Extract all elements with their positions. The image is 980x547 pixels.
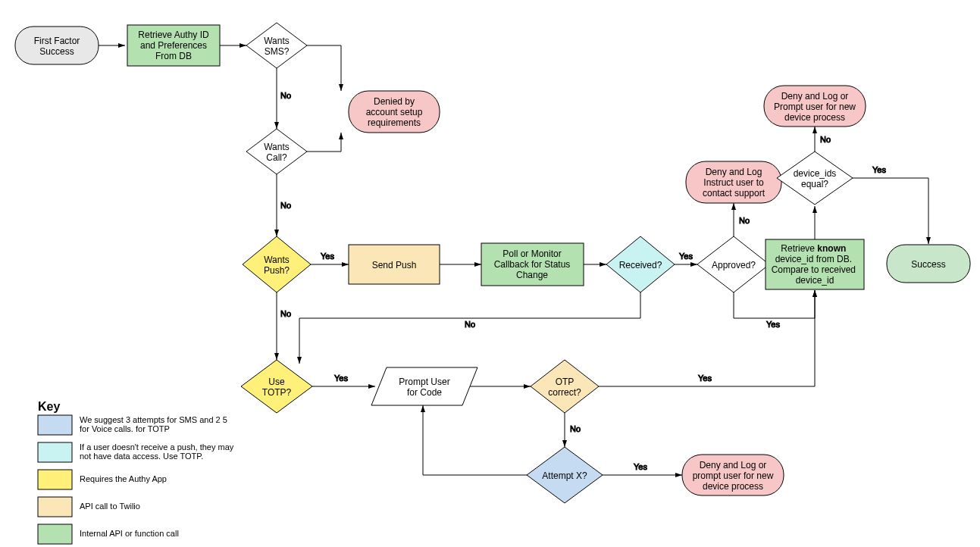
flowchart-canvas: No No Yes No Yes No No Yes No Yes Yes Ye…: [0, 0, 980, 547]
key-item-0: We suggest 3 attempts for SMS and 2 5for…: [38, 415, 227, 435]
key-item-4: Internal API or function call: [38, 524, 179, 544]
node-deny-contact: Deny and LogInstruct user tocontact supp…: [686, 161, 781, 203]
edge-deviceids-yes: [853, 178, 928, 244]
svg-text:Denied byaccount setuprequirem: Denied byaccount setuprequirements: [366, 96, 423, 128]
svg-rect-31: [38, 415, 72, 435]
node-poll-monitor: Poll or MonitorCallback for StatusChange: [481, 243, 584, 286]
label-no-3: No: [280, 309, 291, 318]
svg-rect-35: [38, 470, 72, 489]
edge-approved-yes: [734, 290, 815, 318]
node-success: Success: [887, 245, 970, 283]
svg-text:WantsPush?: WantsPush?: [264, 255, 290, 276]
node-attempt-x: Attempt X?: [527, 447, 603, 503]
svg-text:First FactorSuccess: First FactorSuccess: [34, 36, 80, 57]
label-no-2: No: [280, 201, 291, 210]
svg-text:Requires the Authy App: Requires the Authy App: [80, 474, 167, 483]
edge-received-no-a: [299, 292, 640, 318]
svg-text:Send Push: Send Push: [372, 260, 417, 270]
node-retrieve-authy: Retrieve Authy IDand PreferencesFrom DB: [127, 25, 220, 66]
edge-attempt-no: [423, 405, 527, 475]
label-no-7: No: [570, 424, 581, 433]
key-item-3: API call to Twilio: [38, 497, 140, 517]
key-item-1: If a user doesn't receive a push, they m…: [38, 442, 234, 462]
svg-text:Key: Key: [38, 400, 60, 413]
label-no-5: No: [739, 216, 750, 225]
edge-otp-yes: [599, 290, 815, 386]
label-yes-4: Yes: [872, 165, 886, 174]
node-use-totp: UseTOTP?: [241, 360, 312, 413]
node-approved: Approved?: [697, 236, 769, 292]
node-wants-sms: WantsSMS?: [246, 23, 307, 68]
key-legend: Key We suggest 3 attempts for SMS and 2 …: [38, 400, 234, 544]
node-retrieve-known: Retrieve known device_id from DB. Compar…: [766, 239, 864, 289]
svg-rect-33: [38, 442, 72, 462]
svg-text:WantsSMS?: WantsSMS?: [264, 36, 290, 57]
node-otp-correct: OTPcorrect?: [531, 360, 599, 413]
label-yes-3: Yes: [766, 320, 780, 329]
node-wants-call: WantsCall?: [246, 129, 307, 174]
node-prompt-user: Prompt Userfor Code: [371, 367, 477, 405]
node-first-factor: First FactorSuccess: [15, 27, 99, 64]
svg-rect-37: [38, 497, 72, 517]
svg-text:Attempt X?: Attempt X?: [542, 470, 587, 481]
edge-wantscall-denied: [307, 133, 341, 152]
svg-text:Success: Success: [911, 259, 945, 270]
svg-text:Deny and Log orPrompt user for: Deny and Log orPrompt user for newdevice…: [774, 91, 856, 123]
label-yes-2: Yes: [679, 252, 693, 261]
label-no-6: No: [820, 135, 831, 144]
svg-text:API call to Twilio: API call to Twilio: [80, 502, 140, 511]
svg-text:Approved?: Approved?: [712, 260, 756, 270]
label-yes-1: Yes: [321, 252, 334, 261]
svg-text:If a user doesn't receive a pu: If a user doesn't receive a push, they m…: [80, 442, 234, 461]
svg-text:Internal API or function call: Internal API or function call: [80, 529, 179, 538]
svg-rect-39: [38, 524, 72, 544]
svg-text:Deny and LogInstruct user toco: Deny and LogInstruct user tocontact supp…: [703, 167, 766, 198]
label-yes-5: Yes: [334, 374, 348, 383]
node-deny-new-device-2: Deny and Log orprompt user for newdevice…: [682, 455, 784, 495]
node-deny-new-device: Deny and Log orPrompt user for newdevice…: [764, 86, 866, 127]
node-wants-push: WantsPush?: [243, 236, 311, 292]
key-item-2: Requires the Authy App: [38, 470, 167, 489]
node-received: Received?: [606, 236, 675, 292]
edge-wantssms-denied: [307, 45, 341, 91]
label-yes-7: Yes: [634, 462, 647, 471]
node-send-push: Send Push: [349, 245, 440, 284]
svg-text:Deny and Log orprompt user for: Deny and Log orprompt user for newdevice…: [693, 460, 774, 492]
svg-text:Received?: Received?: [619, 260, 662, 270]
label-yes-6: Yes: [698, 374, 712, 383]
label-no-1: No: [280, 91, 291, 100]
svg-text:We suggest 3 attempts for SMS : We suggest 3 attempts for SMS and 2 5for…: [80, 415, 227, 433]
node-device-ids: device_idsequal?: [777, 152, 853, 205]
node-denied-setup: Denied byaccount setuprequirements: [349, 91, 440, 133]
label-no-4: No: [465, 320, 475, 329]
svg-text:WantsCall?: WantsCall?: [264, 142, 290, 163]
